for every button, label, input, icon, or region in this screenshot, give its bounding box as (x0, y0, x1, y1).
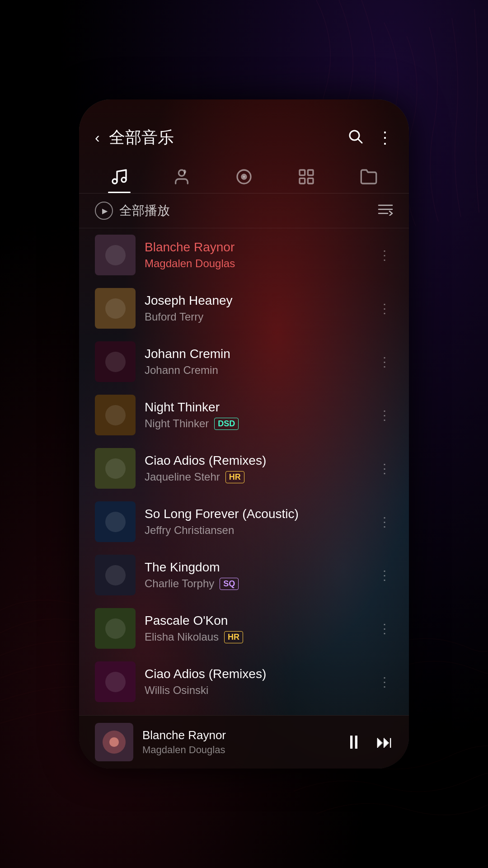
song-more-button[interactable]: ⋮ (376, 245, 393, 265)
song-list: Blanche RaynorMagdalen Douglas⋮Joseph He… (79, 228, 409, 715)
song-artist: Charlie Torphy (145, 577, 214, 590)
song-title: Ciao Adios (Remixes) (145, 453, 266, 467)
quality-badge: HR (225, 471, 244, 483)
song-more-button[interactable]: ⋮ (376, 619, 393, 638)
song-more-button[interactable]: ⋮ (376, 352, 393, 372)
now-playing-info: Blanche Raynor Magdalen Douglas (142, 728, 335, 756)
svg-rect-10 (300, 178, 305, 184)
quality-badge: SQ (220, 578, 239, 590)
back-button[interactable]: ‹ (95, 129, 100, 146)
song-artist: Buford Terry (145, 311, 203, 323)
quality-badge: DSD (214, 418, 239, 430)
song-item-1[interactable]: Blanche RaynorMagdalen Douglas⋮ (79, 228, 409, 282)
now-playing-title: Blanche Raynor (142, 728, 335, 742)
song-item-5[interactable]: Ciao Adios (Remixes)Jaqueline StehrHR⋮ (79, 442, 409, 495)
song-title: Johann Cremin (145, 347, 230, 361)
song-artist: Willis Osinski (145, 684, 208, 697)
song-artist: Johann Cremin (145, 364, 218, 377)
song-title: Joseph Heaney (145, 293, 233, 307)
next-button[interactable]: ⏭ (376, 732, 393, 752)
svg-point-3 (122, 178, 126, 182)
quality-badge: HR (224, 631, 243, 643)
tab-album[interactable] (213, 162, 275, 193)
song-title: Ciao Adios (Remixes) (145, 667, 266, 681)
now-playing-thumbnail (95, 723, 133, 761)
song-more-button[interactable]: ⋮ (376, 459, 393, 478)
play-all-label: 全部播放 (119, 202, 170, 219)
song-item-8[interactable]: Pascale O'KonElisha NikolausHR⋮ (79, 602, 409, 655)
now-playing-artist: Magdalen Douglas (142, 744, 335, 756)
song-more-button[interactable]: ⋮ (376, 299, 393, 318)
svg-point-4 (178, 170, 184, 176)
play-all-button[interactable]: 全部播放 (95, 202, 378, 220)
nav-tabs (79, 158, 409, 193)
toolbar: 全部播放 (79, 193, 409, 228)
song-item-6[interactable]: So Long Forever (Acoustic)Jeffry Christi… (79, 495, 409, 548)
song-item-4[interactable]: Night ThinkerNight ThinkerDSD⋮ (79, 388, 409, 442)
song-title: The Kingdom (145, 560, 220, 574)
svg-point-7 (243, 176, 244, 177)
play-all-circle (95, 202, 113, 220)
svg-rect-9 (308, 170, 313, 175)
song-title: So Long Forever (Acoustic) (145, 507, 299, 521)
song-artist: Jeffry Christiansen (145, 524, 234, 537)
song-artist: Elisha Nikolaus (145, 631, 219, 643)
song-item-3[interactable]: Johann CreminJohann Cremin⋮ (79, 335, 409, 388)
song-artist: Night Thinker (145, 417, 209, 430)
search-button[interactable] (347, 128, 363, 148)
song-more-button[interactable]: ⋮ (376, 672, 393, 692)
song-title: Night Thinker (145, 400, 220, 414)
tab-music[interactable] (88, 162, 150, 193)
tab-folder[interactable] (338, 162, 400, 193)
song-artist: Magdalen Douglas (145, 257, 235, 270)
svg-point-2 (113, 179, 117, 184)
svg-rect-8 (300, 170, 305, 175)
tab-playlist[interactable] (275, 162, 338, 193)
svg-rect-11 (308, 178, 313, 184)
more-options-button[interactable]: ⋮ (377, 128, 393, 147)
song-more-button[interactable]: ⋮ (376, 512, 393, 532)
svg-line-1 (358, 139, 362, 142)
pause-button[interactable]: ⏸ (344, 731, 363, 753)
song-item-2[interactable]: Joseph HeaneyBuford Terry⋮ (79, 282, 409, 335)
song-item-9[interactable]: Ciao Adios (Remixes)Willis Osinski⋮ (79, 655, 409, 708)
sort-icon[interactable] (378, 203, 393, 219)
tab-artist[interactable] (150, 162, 213, 193)
song-item-7[interactable]: The KingdomCharlie TorphySQ⋮ (79, 548, 409, 602)
now-playing-bar[interactable]: Blanche Raynor Magdalen Douglas ⏸ ⏭ (79, 715, 409, 769)
song-more-button[interactable]: ⋮ (376, 566, 393, 585)
page-title: 全部音乐 (109, 127, 329, 149)
song-artist: Jaqueline Stehr (145, 471, 220, 483)
song-more-button[interactable]: ⋮ (376, 406, 393, 425)
now-playing-controls: ⏸ ⏭ (344, 731, 393, 753)
song-title: Blanche Raynor (145, 240, 235, 254)
header: ‹ 全部音乐 ⋮ (79, 99, 409, 158)
song-title: Pascale O'Kon (145, 613, 228, 627)
